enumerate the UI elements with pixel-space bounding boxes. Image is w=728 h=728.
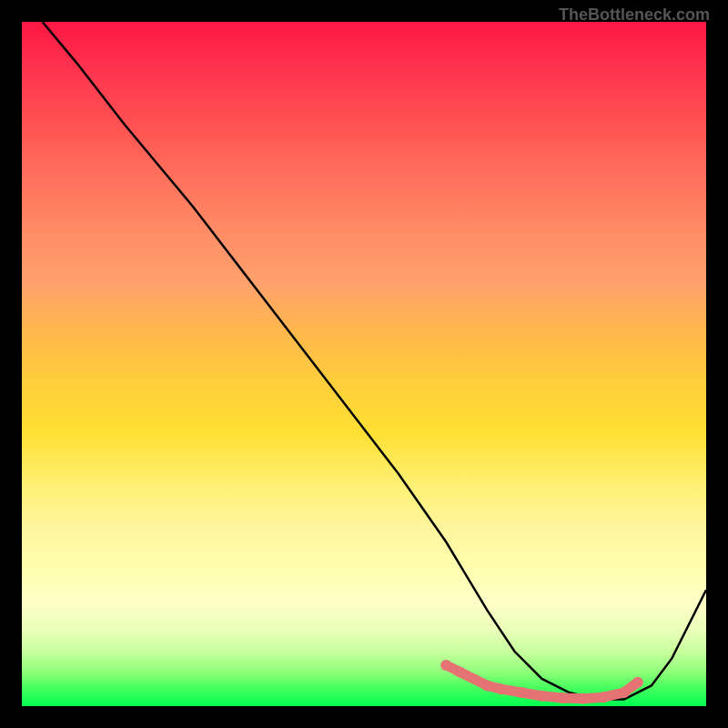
marker-dot	[557, 693, 568, 703]
marker-dot	[481, 680, 492, 691]
chart-svg	[22, 22, 706, 706]
marker-dot	[578, 693, 589, 704]
marker-dot	[516, 687, 527, 698]
marker-dot	[619, 687, 630, 698]
curve-path	[43, 22, 706, 700]
marker-dot	[598, 692, 609, 703]
marker-dot	[440, 660, 451, 671]
marker-dot	[454, 666, 465, 677]
data-markers	[440, 660, 643, 704]
chart-plot-area	[22, 22, 706, 706]
marker-dot	[537, 691, 548, 702]
marker-dot	[632, 677, 643, 688]
marker-dot	[495, 683, 506, 694]
watermark-text: TheBottleneck.com	[559, 5, 710, 25]
